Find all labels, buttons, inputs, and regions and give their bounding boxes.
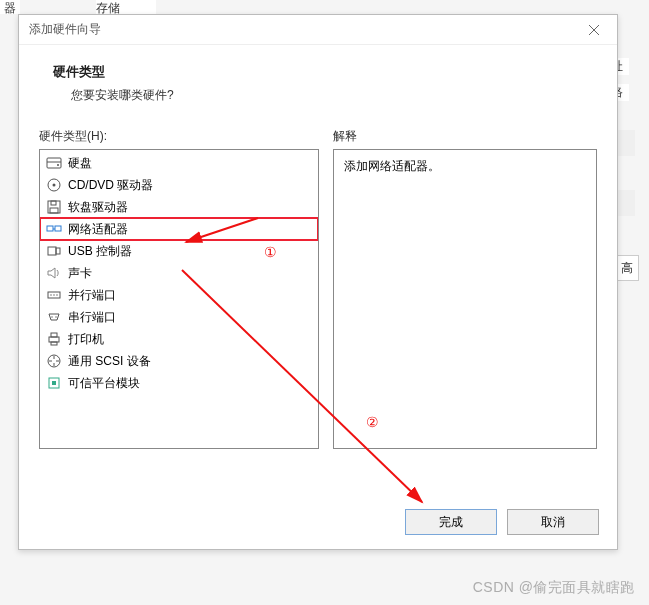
close-button[interactable] <box>579 19 609 41</box>
serial-icon <box>46 309 62 325</box>
svg-rect-21 <box>49 337 59 342</box>
list-item-label: 并行端口 <box>68 287 116 304</box>
svg-point-20 <box>55 316 56 317</box>
list-item-label: USB 控制器 <box>68 243 132 260</box>
dialog-footer: 完成 取消 <box>405 509 599 535</box>
hardware-type-listbox[interactable]: 硬盘CD/DVD 驱动器软盘驱动器网络适配器USB 控制器声卡并行端口串行端口打… <box>39 149 319 449</box>
list-item-label: 串行端口 <box>68 309 116 326</box>
floppy-icon <box>46 199 62 215</box>
header-subtitle: 您要安装哪类硬件? <box>53 87 587 104</box>
close-icon <box>588 24 600 36</box>
svg-point-17 <box>53 294 54 295</box>
svg-rect-13 <box>48 247 56 255</box>
svg-rect-11 <box>55 226 61 231</box>
list-item-scsi[interactable]: 通用 SCSI 设备 <box>40 350 318 372</box>
svg-rect-23 <box>51 342 57 345</box>
printer-icon <box>46 331 62 347</box>
list-item-label: 通用 SCSI 设备 <box>68 353 151 370</box>
svg-point-16 <box>50 294 51 295</box>
list-item-label: CD/DVD 驱动器 <box>68 177 153 194</box>
finish-button[interactable]: 完成 <box>405 509 497 535</box>
cddvd-icon <box>46 177 62 193</box>
parallel-icon <box>46 287 62 303</box>
list-item-label: 声卡 <box>68 265 92 282</box>
list-item-label: 软盘驱动器 <box>68 199 128 216</box>
list-item-tpm[interactable]: 可信平台模块 <box>40 372 318 394</box>
header-title: 硬件类型 <box>53 63 587 81</box>
cancel-button[interactable]: 取消 <box>507 509 599 535</box>
svg-point-18 <box>56 294 57 295</box>
explanation-text: 添加网络适配器。 <box>333 149 597 449</box>
dialog-header: 硬件类型 您要安装哪类硬件? <box>19 45 617 118</box>
hdd-icon <box>46 155 62 171</box>
svg-rect-26 <box>52 381 56 385</box>
bg-button-frag <box>615 190 635 216</box>
net-icon <box>46 221 62 237</box>
list-item-label: 打印机 <box>68 331 104 348</box>
bg-button-frag <box>615 130 635 156</box>
list-item-cddvd[interactable]: CD/DVD 驱动器 <box>40 174 318 196</box>
bg-button-frag: 高 <box>615 255 639 281</box>
svg-point-19 <box>51 316 52 317</box>
add-hardware-wizard-dialog: 添加硬件向导 硬件类型 您要安装哪类硬件? 硬件类型(H): 硬盘CD/DVD … <box>18 14 618 550</box>
dialog-body: 硬件类型(H): 硬盘CD/DVD 驱动器软盘驱动器网络适配器USB 控制器声卡… <box>19 118 617 449</box>
list-item-hdd[interactable]: 硬盘 <box>40 152 318 174</box>
list-item-floppy[interactable]: 软盘驱动器 <box>40 196 318 218</box>
dialog-titlebar: 添加硬件向导 <box>19 15 617 45</box>
list-item-serial[interactable]: 串行端口 <box>40 306 318 328</box>
scsi-icon <box>46 353 62 369</box>
bg-tab: 存储 <box>96 0 156 14</box>
list-item-parallel[interactable]: 并行端口 <box>40 284 318 306</box>
list-item-sound[interactable]: 声卡 <box>40 262 318 284</box>
list-item-label: 可信平台模块 <box>68 375 140 392</box>
list-item-label: 网络适配器 <box>68 221 128 238</box>
hardware-type-label: 硬件类型(H): <box>39 128 319 145</box>
list-item-printer[interactable]: 打印机 <box>40 328 318 350</box>
usb-icon <box>46 243 62 259</box>
svg-rect-2 <box>47 158 61 168</box>
svg-point-6 <box>53 184 56 187</box>
watermark: CSDN @偷完面具就瞎跑 <box>473 579 635 597</box>
hardware-type-pane: 硬件类型(H): 硬盘CD/DVD 驱动器软盘驱动器网络适配器USB 控制器声卡… <box>39 128 319 449</box>
svg-rect-9 <box>50 208 58 213</box>
svg-rect-22 <box>51 333 57 337</box>
list-item-net[interactable]: 网络适配器 <box>40 218 318 240</box>
explanation-label: 解释 <box>333 128 597 145</box>
svg-rect-14 <box>56 248 60 254</box>
sound-icon <box>46 265 62 281</box>
svg-point-3 <box>57 164 59 166</box>
dialog-title: 添加硬件向导 <box>29 21 101 38</box>
svg-rect-10 <box>47 226 53 231</box>
list-item-usb[interactable]: USB 控制器 <box>40 240 318 262</box>
list-item-label: 硬盘 <box>68 155 92 172</box>
svg-rect-8 <box>51 201 56 205</box>
tpm-icon <box>46 375 62 391</box>
bg-tab: 器 <box>0 0 20 14</box>
explanation-pane: 解释 添加网络适配器。 <box>333 128 597 449</box>
